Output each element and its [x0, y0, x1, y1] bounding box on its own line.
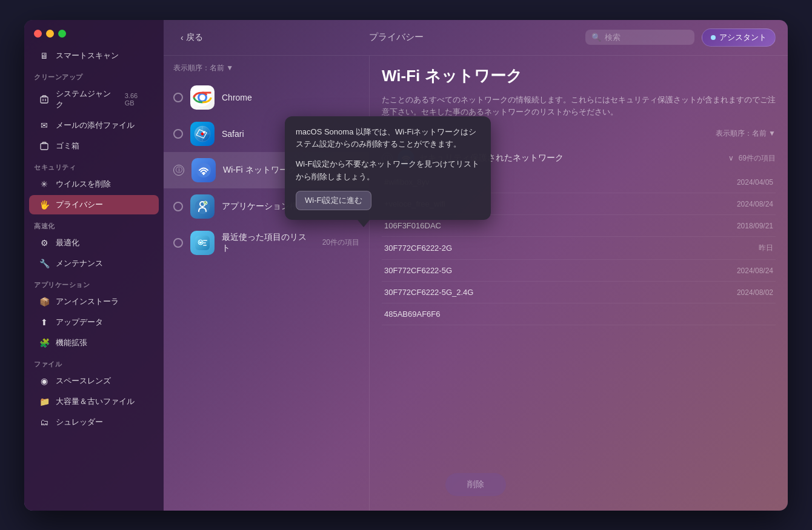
sidebar-item-label: メールの添付ファイル: [56, 120, 135, 131]
info-icon[interactable]: ⓘ: [173, 165, 184, 176]
svg-rect-3: [41, 144, 48, 150]
uninstaller-icon: 📦: [39, 296, 50, 307]
app-radio[interactable]: [173, 202, 183, 211]
large-files-icon: 📁: [39, 396, 50, 407]
app-name: Chrome: [222, 93, 359, 102]
app-radio[interactable]: [173, 93, 183, 102]
sidebar-item-space-lens[interactable]: ◉ スペースレンズ: [29, 371, 159, 391]
assistant-dot-icon: [711, 35, 716, 40]
search-bar[interactable]: 🔍: [585, 30, 694, 45]
smart-scan-icon: 🖥: [39, 50, 50, 61]
updater-icon: ⬆: [39, 317, 50, 328]
list-item[interactable]: Chrome: [164, 79, 369, 116]
main-area: ‹ 戻る プライバシー 🔍 アシスタント 表示順序：名前 ▼: [164, 20, 788, 511]
search-icon: 🔍: [591, 33, 601, 42]
network-date: 昨日: [759, 243, 773, 253]
sidebar-item-updater[interactable]: ⬆ アップデータ: [29, 313, 159, 332]
sidebar-item-maintenance[interactable]: 🔧 メンテナンス: [29, 254, 159, 273]
section-label-security: セキュリティ: [24, 157, 164, 173]
back-button[interactable]: ‹ 戻る: [176, 30, 208, 45]
virus-icon: ✳: [39, 179, 50, 190]
header: ‹ 戻る プライバシー 🔍 アシスタント: [164, 20, 788, 56]
list-item[interactable]: 30F772CF6222-5G 2024/08/24: [382, 260, 776, 282]
app-name: 最近使った項目のリスト: [222, 232, 315, 254]
network-date: 2024/08/24: [737, 200, 773, 208]
size-badge: 3.66 GB: [125, 92, 149, 107]
section-label-apps: アプリケーション: [24, 274, 164, 291]
sidebar-item-system-junk[interactable]: システムジャンク 3.66 GB: [29, 84, 159, 114]
maintenance-icon: 🔧: [39, 258, 50, 269]
app-window: 🖥 スマートスキャン クリーンアップ システムジャンク 3.66 GB ✉ メー…: [24, 20, 788, 511]
chevron-down-icon: ∨: [728, 154, 734, 162]
sort-label: 表示順序：名前 ▼: [716, 128, 776, 139]
sidebar-item-label: 機能拡張: [56, 337, 87, 348]
sidebar-item-label: アンインストーラ: [56, 296, 119, 307]
section-label-cleanup: クリーンアップ: [24, 67, 164, 83]
optimize-icon: ⚙: [39, 237, 50, 248]
assistant-label: アシスタント: [719, 32, 767, 43]
sidebar-item-label: スペースレンズ: [56, 376, 111, 386]
sidebar-item-smart-scan[interactable]: 🖥 スマートスキャン: [29, 46, 159, 65]
shredder-icon: 🗂: [39, 417, 50, 428]
header-title: プライバシー: [215, 31, 578, 43]
app-radio[interactable]: [173, 129, 183, 139]
system-junk-icon: [39, 94, 50, 105]
sidebar-item-label: プライバシー: [56, 199, 103, 210]
list-item[interactable]: 485AB69AF6F6: [382, 303, 776, 325]
svg-point-14: [203, 173, 205, 175]
network-name: 30F772CF6222-2G: [384, 243, 759, 253]
minimize-button[interactable]: [46, 30, 54, 38]
network-name: 30F772CF6222-5G_2.4G: [384, 288, 737, 297]
list-item[interactable]: 30F772CF6222-5G_2.4G 2024/08/02: [382, 282, 776, 303]
sidebar: 🖥 スマートスキャン クリーンアップ システムジャンク 3.66 GB ✉ メー…: [24, 20, 164, 511]
page-description: たことのあるすべてのネットワークの情報続します。これらにはセキュリティ保護さット…: [382, 94, 776, 119]
sidebar-item-shredder[interactable]: 🗂 シュレッダー: [29, 412, 159, 432]
sidebar-item-uninstaller[interactable]: 📦 アンインストーラ: [29, 292, 159, 311]
sidebar-item-mail-attachments[interactable]: ✉ メールの添付ファイル: [29, 116, 159, 135]
network-name: 485AB69AF6F6: [384, 310, 773, 319]
mail-icon: ✉: [39, 120, 50, 131]
list-item[interactable]: 30F772CF6222-2G 昨日: [382, 237, 776, 260]
svg-point-17: [204, 201, 207, 205]
sidebar-item-extensions[interactable]: 🧩 機能拡張: [29, 333, 159, 353]
list-item[interactable]: 最近使った項目のリスト 20件の項目: [164, 225, 369, 261]
svg-rect-0: [41, 97, 48, 103]
tooltip-arrow: [358, 220, 370, 227]
back-chevron-icon: ‹: [181, 33, 184, 42]
sidebar-item-privacy[interactable]: 🖐 プライバシー: [29, 195, 159, 214]
sidebar-item-large-files[interactable]: 📁 大容量＆古いファイル: [29, 392, 159, 411]
wifi-settings-button[interactable]: Wi-Fi設定に進む: [296, 191, 371, 210]
chrome-icon: [190, 85, 215, 110]
svg-point-6: [199, 94, 205, 101]
assistant-button[interactable]: アシスタント: [702, 28, 776, 47]
network-section-count: 69件の項目: [739, 153, 776, 164]
fullscreen-button[interactable]: [58, 30, 66, 38]
back-label: 戻る: [186, 32, 203, 43]
finder-icon: [190, 231, 215, 255]
sidebar-item-label: シュレッダー: [56, 417, 103, 428]
safari-icon: [190, 122, 215, 146]
sidebar-item-virus[interactable]: ✳ ウイルスを削除: [29, 174, 159, 194]
sort-bar-left[interactable]: 表示順序：名前 ▼: [164, 63, 369, 79]
svg-rect-24: [203, 245, 207, 246]
appperms-icon: [190, 194, 215, 219]
content-area: 表示順序：名前 ▼: [164, 56, 788, 511]
tooltip: macOS Sonoma 以降では、Wi-Fiネットワークはシステム設定からのみ…: [285, 116, 491, 220]
network-name: 30F772CF6222-5G: [384, 266, 737, 275]
sidebar-item-label: メンテナンス: [56, 258, 103, 269]
search-input[interactable]: [605, 33, 690, 42]
wifi-icon: [191, 158, 216, 182]
network-date: 2024/08/24: [737, 267, 773, 275]
page-title: Wi-Fi ネットワーク: [382, 65, 776, 87]
svg-rect-22: [203, 240, 207, 241]
sidebar-item-label: システムジャンク: [56, 88, 119, 110]
sidebar-item-label: 大容量＆古いファイル: [56, 396, 135, 407]
privacy-icon: 🖐: [39, 199, 50, 210]
delete-button[interactable]: 削除: [445, 473, 506, 496]
sidebar-item-trash[interactable]: ゴミ箱: [29, 136, 159, 156]
extensions-icon: 🧩: [39, 337, 50, 348]
close-button[interactable]: [34, 30, 42, 38]
space-lens-icon: ◉: [39, 376, 50, 386]
app-radio[interactable]: [173, 238, 183, 248]
sidebar-item-optimize[interactable]: ⚙ 最適化: [29, 233, 159, 253]
